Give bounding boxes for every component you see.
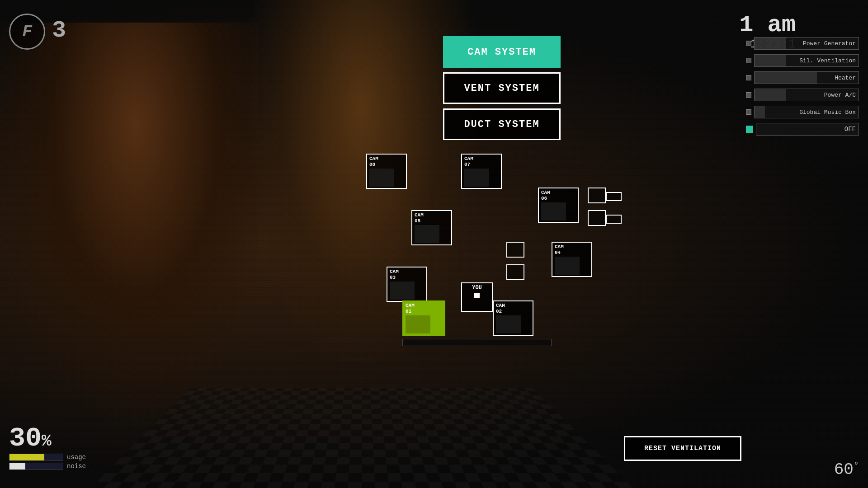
power-ac-dot xyxy=(746,92,751,98)
cam-02-node[interactable]: CAM02 xyxy=(493,300,533,336)
off-bar: OFF xyxy=(756,123,859,136)
you-dot xyxy=(474,293,480,298)
reset-ventilation-button[interactable]: RESET VENTILATION xyxy=(624,436,741,461)
heater-bar: Heater xyxy=(754,71,859,84)
cam-03-node[interactable]: CAM03 xyxy=(387,267,427,302)
connector-box-6 xyxy=(506,264,524,280)
global-music-item[interactable]: Global Music Box xyxy=(746,105,859,119)
connector-box-5 xyxy=(506,242,524,258)
sil-vent-dot xyxy=(746,58,751,63)
vent-system-button[interactable]: VENT SYSTEM xyxy=(443,72,561,104)
cam-04-node[interactable]: CAM04 xyxy=(552,242,592,277)
cam-05-node[interactable]: CAM05 xyxy=(411,210,452,245)
power-gen-dot xyxy=(746,41,751,46)
global-music-bar: Global Music Box xyxy=(754,106,859,118)
sil-vent-item[interactable]: Sil. Ventilation xyxy=(746,53,859,68)
duct-system-button[interactable]: DUCT SYSTEM xyxy=(443,108,561,140)
connector-box-3 xyxy=(588,210,606,226)
animatronic-left xyxy=(0,23,258,429)
connector-box-1 xyxy=(588,188,606,203)
sil-vent-bar: Sil. Ventilation xyxy=(754,54,859,67)
cam-07-node[interactable]: CAM07 xyxy=(461,154,502,189)
cam-08-node[interactable]: CAM08 xyxy=(366,154,407,189)
power-ac-bar: Power A/C xyxy=(754,89,859,101)
heater-item[interactable]: Heater xyxy=(746,70,859,85)
power-ac-item[interactable]: Power A/C xyxy=(746,88,859,102)
off-toggle[interactable]: OFF xyxy=(746,122,859,136)
power-gen-bar: Power Generator xyxy=(754,37,859,50)
cam-06-node[interactable]: CAM06 xyxy=(538,188,579,223)
bottom-bar xyxy=(402,339,552,346)
system-buttons: CAM SYSTEM VENT SYSTEM DUCT SYSTEM xyxy=(443,36,561,140)
connector-box-4 xyxy=(606,215,622,224)
power-gen-item[interactable]: Power Generator xyxy=(746,36,859,51)
off-dot xyxy=(746,126,753,133)
power-panel: Power Generator Sil. Ventilation Heater … xyxy=(746,36,859,136)
heater-dot xyxy=(746,75,751,80)
connector-box-2 xyxy=(606,192,622,201)
you-node: YOU xyxy=(461,282,493,312)
cam-system-button[interactable]: CAM SYSTEM xyxy=(443,36,561,68)
global-music-dot xyxy=(746,109,751,115)
cam-01-node[interactable]: CAM01 xyxy=(402,300,445,336)
